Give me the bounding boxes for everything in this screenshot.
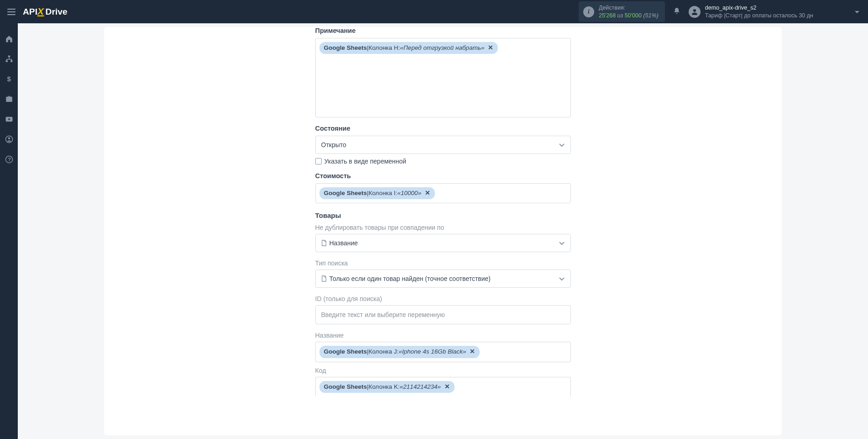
- svg-point-4: [693, 9, 696, 12]
- actions-label: Действия:: [599, 4, 659, 11]
- user-name: demo_apix-drive_s2: [705, 4, 813, 11]
- code-token: Google Sheets | Колонка K: «2114214234» …: [319, 381, 455, 393]
- chevron-down-icon: [559, 275, 565, 282]
- token-remove-icon[interactable]: ✕: [423, 189, 430, 198]
- search-type-select[interactable]: Только если один товар найден (точное со…: [315, 270, 571, 288]
- id-input[interactable]: Введите текст или выберите переменную: [315, 305, 571, 324]
- bell-icon: [673, 7, 680, 15]
- state-variable-checkbox[interactable]: Указать в виде переменной: [315, 158, 571, 165]
- sidebar-video[interactable]: [5, 115, 14, 124]
- logo[interactable]: API X Drive: [23, 6, 83, 18]
- cost-label: Стоимость: [315, 172, 571, 180]
- cost-input[interactable]: Google Sheets | Колонка I: «10000» ✕: [315, 183, 571, 203]
- svg-point-11: [8, 138, 10, 140]
- avatar-icon: [689, 6, 701, 18]
- sidebar-home[interactable]: [5, 34, 14, 43]
- dedup-select[interactable]: Название: [315, 234, 571, 252]
- checkbox-icon: [315, 158, 322, 164]
- field-id: ID (только для поиска) Введите текст или…: [315, 295, 571, 324]
- svg-rect-7: [10, 60, 13, 62]
- state-value: Открыто: [321, 141, 346, 148]
- sitemap-icon: [5, 55, 13, 63]
- sidebar-profile[interactable]: [5, 135, 14, 144]
- svg-rect-6: [5, 60, 8, 62]
- field-search-type: Тип поиска Только если один товар найден…: [315, 259, 571, 288]
- youtube-icon: [5, 115, 13, 123]
- name-input[interactable]: Google Sheets | Колонка J: «Iphone 4s 16…: [315, 342, 571, 362]
- field-code: Код Google Sheets | Колонка K: «21142142…: [315, 367, 571, 397]
- form-card: Примечание Google Sheets | Колонка H: «П…: [104, 27, 782, 435]
- token-remove-icon[interactable]: ✕: [468, 347, 475, 356]
- chevron-down-icon: [559, 239, 565, 247]
- id-label: ID (только для поиска): [315, 295, 571, 302]
- sidebar-billing[interactable]: $: [5, 74, 14, 84]
- token-remove-icon[interactable]: ✕: [443, 382, 450, 391]
- products-section-title: Товары: [315, 212, 571, 219]
- user-icon: [5, 135, 13, 143]
- svg-text:Drive: Drive: [46, 6, 68, 16]
- field-name: Название Google Sheets | Колонка J: «Iph…: [315, 332, 571, 362]
- state-label: Состояние: [315, 125, 571, 132]
- note-token: Google Sheets | Колонка H: «Перед отгруз…: [319, 42, 498, 54]
- field-note: Примечание Google Sheets | Колонка H: «П…: [315, 27, 571, 117]
- sidebar: $ ?: [0, 23, 18, 439]
- user-menu[interactable]: demo_apix-drive_s2 Тариф |Старт| до опла…: [689, 4, 863, 19]
- user-text: demo_apix-drive_s2 Тариф |Старт| до опла…: [705, 4, 813, 19]
- document-icon: [321, 240, 327, 246]
- svg-text:$: $: [7, 75, 11, 83]
- actions-text: Действия: 25'268 из 50'000 (51%): [599, 4, 659, 19]
- app-header: API X Drive i Действия: 25'268 из 50'000…: [0, 0, 868, 23]
- svg-text:?: ?: [8, 157, 10, 162]
- checkbox-label: Указать в виде переменной: [324, 158, 407, 165]
- field-cost: Стоимость Google Sheets | Колонка I: «10…: [315, 172, 571, 203]
- help-icon: ?: [5, 155, 13, 164]
- info-icon: i: [583, 6, 594, 17]
- field-dedup: Не дублировать товары при совпадении по …: [315, 224, 571, 252]
- document-icon: [321, 275, 327, 282]
- sidebar-briefcase[interactable]: [5, 95, 14, 104]
- token-remove-icon[interactable]: ✕: [486, 43, 494, 53]
- sidebar-help[interactable]: ?: [5, 155, 14, 164]
- id-placeholder: Введите текст или выберите переменную: [319, 309, 447, 320]
- sidebar-connections[interactable]: [5, 54, 14, 63]
- actions-value: 25'268 из 50'000 (51%): [599, 12, 659, 19]
- notifications-button[interactable]: [673, 7, 680, 16]
- svg-text:API: API: [23, 6, 37, 16]
- header-left: API X Drive: [5, 6, 83, 18]
- svg-rect-5: [8, 56, 10, 58]
- search-type-value: Только если один товар найден (точное со…: [321, 275, 491, 282]
- main-area: Примечание Google Sheets | Колонка H: «П…: [18, 23, 868, 439]
- note-label: Примечание: [315, 27, 571, 34]
- name-label: Название: [315, 332, 571, 339]
- briefcase-icon: [5, 95, 13, 103]
- home-icon: [5, 35, 13, 43]
- header-right: i Действия: 25'268 из 50'000 (51%) demo_…: [579, 1, 863, 22]
- chevron-down-icon: [854, 8, 860, 16]
- code-label: Код: [315, 367, 571, 374]
- name-token: Google Sheets | Колонка J: «Iphone 4s 16…: [319, 346, 480, 358]
- dedup-label: Не дублировать товары при совпадении по: [315, 224, 571, 231]
- state-select[interactable]: Открыто: [315, 136, 571, 154]
- dedup-value: Название: [321, 239, 358, 247]
- note-input[interactable]: Google Sheets | Колонка H: «Перед отгруз…: [315, 38, 571, 117]
- field-state: Состояние Открыто Указать в виде перемен…: [315, 125, 571, 165]
- menu-toggle-button[interactable]: [5, 7, 17, 17]
- user-tariff: Тариф |Старт| до оплаты осталось 30 дн: [705, 12, 813, 19]
- actions-counter[interactable]: i Действия: 25'268 из 50'000 (51%): [579, 1, 665, 22]
- chevron-down-icon: [559, 141, 565, 148]
- cost-token: Google Sheets | Колонка I: «10000» ✕: [319, 187, 435, 199]
- dollar-icon: $: [5, 75, 13, 83]
- search-type-label: Тип поиска: [315, 259, 571, 267]
- code-input[interactable]: Google Sheets | Колонка K: «2114214234» …: [315, 377, 571, 397]
- svg-text:X: X: [37, 6, 44, 16]
